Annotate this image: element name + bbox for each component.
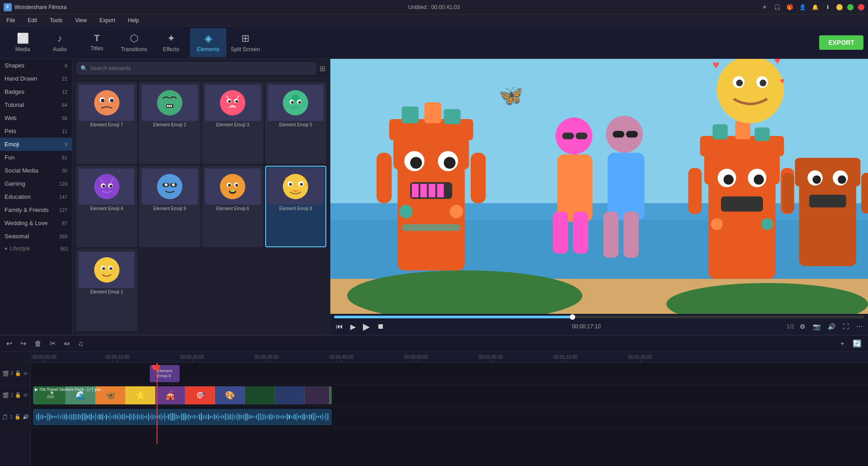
undo-button[interactable]: ↩ (5, 338, 14, 349)
sidebar-item-tutorial[interactable]: Tutorial 64 (0, 98, 72, 111)
toolbar-transitions-label: Transitions (121, 46, 147, 53)
sidebar-item-family[interactable]: Family & Friends 127 (0, 203, 72, 216)
sidebar-item-wedding[interactable]: Wedding & Love 87 (0, 216, 72, 230)
svg-rect-83 (608, 153, 645, 220)
sidebar-item-badges[interactable]: Badges 12 (0, 85, 72, 98)
titlebar-title: Untitled : 00:00:41:03 (408, 4, 460, 10)
play-button[interactable]: ▶ (348, 322, 358, 332)
sidebar-item-hand-drawn[interactable]: Hand Drawn 21 (0, 72, 72, 85)
track-2-icon: 🎬 (2, 370, 9, 377)
gift-icon[interactable]: 🎁 (786, 3, 794, 11)
export-button[interactable]: EXPORT (819, 35, 863, 50)
sidebar-item-seasonal[interactable]: Seasonal 260 (0, 230, 72, 243)
audio-clip[interactable] (33, 409, 332, 425)
audio-wave (36, 409, 329, 425)
sidebar-item-emoji[interactable]: Emoji 9 (0, 138, 72, 151)
svg-point-117 (736, 80, 743, 86)
play-pause-button[interactable]: ▶ (361, 320, 372, 333)
menu-help[interactable]: Help (125, 16, 142, 24)
element-card-emoji2[interactable]: Element Emoji 2 (139, 82, 200, 164)
maximize-button[interactable] (847, 4, 854, 10)
sidebar-item-pets[interactable]: Pets 11 (0, 125, 72, 138)
toolbar-media[interactable]: ⬜ Media (5, 28, 41, 57)
element-card-emoji8[interactable]: ★ ★ ★ Element Emoji 8 (265, 166, 326, 248)
loop-button[interactable]: 🔄 (851, 338, 863, 349)
element-card-emoji6[interactable]: Element Emoji 6 (202, 166, 263, 248)
download-icon[interactable]: ⬇ (824, 3, 832, 11)
element-label-emoji9: Element Emoji 9 (153, 206, 186, 212)
sidebar-item-gaming[interactable]: Gaming 120 (0, 177, 72, 190)
track-2-eye[interactable]: 👁 (23, 371, 28, 376)
element-card-emoji4[interactable]: Element Emoji 4 (76, 166, 137, 248)
track-2-controls: 🔓 👁 (15, 370, 28, 376)
element-card-emoji7[interactable]: Element Emoji 7 (76, 82, 137, 164)
element-thumb-emoji6 (205, 168, 261, 205)
add-media-button[interactable]: + (839, 339, 846, 349)
adjust-button[interactable]: ⇔ (62, 338, 72, 349)
toolbar-transitions[interactable]: ⬡ Transitions (116, 28, 152, 57)
emoji-clip[interactable]: 🔴 ElementEmoji 8 (150, 365, 180, 382)
svg-point-35 (228, 184, 231, 187)
toolbar-effects[interactable]: ✦ Effects (153, 28, 189, 57)
toolbar-elements[interactable]: ◈ Elements (190, 28, 226, 57)
screenshot-icon[interactable]: 📷 (811, 322, 822, 331)
element-card-emoji9[interactable]: Element Emoji 9 (139, 166, 200, 248)
person-icon[interactable]: 👤 (798, 3, 806, 11)
sidebar-item-education[interactable]: Education 147 (0, 190, 72, 203)
more-icon[interactable]: ⋯ (854, 322, 864, 331)
brightness-icon[interactable]: ☀ (760, 3, 768, 11)
grid-toggle-icon[interactable]: ⊞ (320, 64, 325, 73)
svg-rect-87 (576, 133, 587, 139)
headphones-icon[interactable]: 🎧 (773, 3, 781, 11)
track-row-2: 🔴 ElementEmoji 8 (31, 363, 868, 384)
split-screen-icon: ⊞ (241, 33, 249, 44)
timeline-tracks[interactable]: 00:00:00:00 00:00:10:00 00:00:20:00 00:0… (31, 352, 868, 466)
audio-split-button[interactable]: ♫ (76, 339, 85, 349)
toolbar-audio[interactable]: ♪ Audio (42, 28, 78, 57)
sound-icon[interactable]: 🔊 (826, 322, 837, 331)
sidebar-item-fun[interactable]: Fun 61 (0, 151, 72, 164)
sidebar-count-family: 127 (59, 207, 67, 213)
track-1-eye[interactable]: 👁 (23, 393, 28, 398)
track-2-lock[interactable]: 🔓 (15, 370, 21, 376)
sidebar-label-family: Family & Friends (5, 207, 49, 213)
track-1-lock[interactable]: 🔓 (15, 392, 21, 398)
menu-view[interactable]: View (72, 16, 90, 24)
toolbar-split-screen[interactable]: ⊞ Split Screen (227, 28, 263, 57)
sidebar-group-lifestyle[interactable]: ▼ Lifestyle 561 (0, 243, 72, 255)
element-card-emoji1[interactable]: Element Emoji 1 (76, 249, 137, 331)
menu-edit[interactable]: Edit (25, 16, 40, 24)
render-icon[interactable]: ⚙ (798, 322, 807, 331)
split-button[interactable]: ✂ (48, 338, 57, 349)
element-card-emoji5[interactable]: Element Emoji 5 (265, 82, 326, 164)
sidebar-item-web[interactable]: Web 56 (0, 111, 72, 125)
delete-button[interactable]: 🗑 (33, 339, 43, 349)
minimize-button[interactable] (836, 4, 843, 10)
svg-rect-81 (573, 211, 588, 254)
sidebar-item-social-media[interactable]: Social Media 30 (0, 164, 72, 177)
bell-icon[interactable]: 🔔 (811, 3, 819, 11)
element-card-emoji3[interactable]: Element Emoji 3 (202, 82, 263, 164)
menu-export[interactable]: Export (97, 16, 118, 24)
menu-tools[interactable]: Tools (47, 16, 65, 24)
sidebar-item-shapes[interactable]: Shapes 6 (0, 59, 72, 72)
search-input[interactable] (77, 62, 316, 74)
step-back-button[interactable]: ⏮ (334, 322, 345, 331)
toolbar-titles[interactable]: T Titles (79, 28, 115, 57)
menu-file[interactable]: File (4, 16, 18, 24)
media-icon: ⬜ (17, 33, 29, 44)
sidebar-count-lifestyle: 561 (60, 246, 68, 251)
progress-bar[interactable] (334, 316, 864, 318)
fullscreen-icon[interactable]: ⛶ (841, 322, 851, 331)
video-clip[interactable]: ▶ 70s Travel Stickers Pack - [✓] yq4... … (33, 386, 332, 404)
audio-mute[interactable]: 🔊 (23, 414, 29, 420)
sidebar-count-tutorial: 64 (62, 102, 67, 108)
svg-rect-89 (626, 131, 638, 138)
stop-button[interactable]: ⏹ (375, 322, 386, 331)
svg-point-47 (94, 257, 119, 283)
effects-icon: ✦ (167, 33, 175, 44)
close-button[interactable] (858, 4, 864, 10)
redo-button[interactable]: ↪ (19, 338, 28, 349)
audio-lock[interactable]: 🔓 (14, 414, 21, 420)
svg-point-30 (165, 183, 167, 186)
